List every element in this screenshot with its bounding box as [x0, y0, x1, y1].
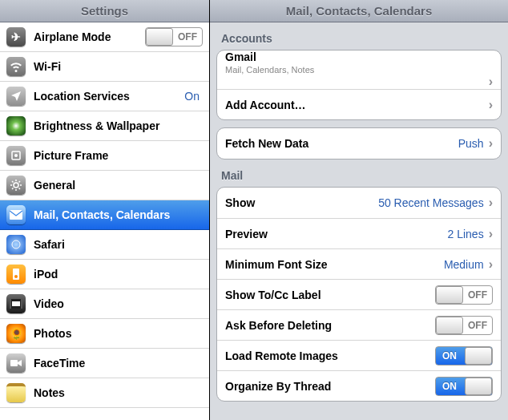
mail-preview[interactable]: Preview 2 Lines › [217, 218, 501, 248]
facetime-icon [6, 353, 26, 373]
wifi-icon [6, 57, 26, 76]
mail-group: Show 50 Recent Messages › Preview 2 Line… [216, 187, 502, 402]
sidebar-item-video[interactable]: Video [0, 289, 209, 319]
ask-delete-toggle[interactable]: OFF [435, 316, 493, 335]
svg-rect-3 [10, 210, 22, 220]
sidebar-title: Settings [0, 0, 209, 22]
sidebar-item-label: General [34, 179, 203, 192]
cell-label: Load Remote Images [225, 349, 435, 362]
add-account[interactable]: Add Account… › [217, 89, 501, 119]
sidebar-item-label: Notes [34, 386, 203, 399]
svg-rect-9 [10, 299, 11, 309]
gear-icon [6, 176, 26, 195]
sidebar-item-value: On [184, 90, 200, 103]
cell-value: Medium [444, 258, 484, 271]
cell-value: Push [458, 137, 484, 150]
sidebar-item-label: iPod [34, 268, 203, 281]
sidebar-item-safari[interactable]: Safari [0, 230, 209, 260]
sidebar-list: ✈ Airplane Mode OFF Wi-Fi Location Servi… [0, 22, 209, 420]
cell-label: Preview [225, 228, 448, 240]
cell-label: Show To/Cc Label [225, 289, 435, 301]
sidebar-item-picture-frame[interactable]: Picture Frame [0, 141, 209, 171]
sidebar-item-label: Photos [34, 327, 203, 340]
remote-images-toggle[interactable]: ON [435, 346, 493, 365]
mail-ask-before-deleting[interactable]: Ask Before Deleting OFF [217, 309, 501, 340]
mail-organize-by-thread[interactable]: Organize By Thread ON [217, 370, 501, 401]
airplane-toggle[interactable]: OFF [145, 27, 203, 46]
svg-rect-11 [10, 360, 18, 366]
svg-point-4 [12, 240, 20, 248]
svg-point-6 [14, 275, 18, 278]
svg-point-1 [14, 154, 18, 157]
sidebar-item-mail-contacts-calendars[interactable]: Mail, Contacts, Calendars [0, 200, 209, 230]
airplane-icon: ✈ [6, 27, 26, 46]
video-icon [6, 294, 26, 313]
mail-show[interactable]: Show 50 Recent Messages › [217, 188, 501, 218]
cell-label: Show [225, 196, 378, 209]
sidebar-item-label: Mail, Contacts, Calendars [34, 208, 203, 221]
fetch-group: Fetch New Data Push › [216, 127, 502, 160]
chevron-right-icon: › [489, 98, 493, 112]
sidebar-item-label: Safari [34, 238, 203, 251]
sidebar-item-label: FaceTime [34, 357, 203, 370]
sidebar-item-airplane-mode[interactable]: ✈ Airplane Mode OFF [0, 22, 209, 52]
sidebar-item-wifi[interactable]: Wi-Fi [0, 52, 209, 82]
chevron-right-icon: › [489, 257, 493, 272]
sidebar-item-ipod[interactable]: iPod [0, 260, 209, 289]
location-icon [6, 87, 26, 106]
fetch-new-data[interactable]: Fetch New Data Push › [217, 128, 501, 159]
sidebar-item-label: Location Services [34, 90, 184, 103]
sidebar-item-label: Wi-Fi [34, 60, 203, 73]
mail-icon [6, 205, 26, 224]
detail-title: Mail, Contacts, Calendars [210, 0, 508, 22]
thread-toggle[interactable]: ON [435, 377, 493, 396]
chevron-right-icon [225, 63, 228, 77]
sidebar-item-label: Brightness & Wallpaper [34, 119, 203, 132]
sidebar-item-label: Picture Frame [34, 149, 203, 162]
account-gmail[interactable]: Gmail Mail, Calendars, Notes › [217, 50, 501, 89]
sidebar-item-general[interactable]: General [0, 171, 209, 200]
sidebar-item-brightness[interactable]: Brightness & Wallpaper [0, 111, 209, 141]
cell-label: Ask Before Deleting [225, 319, 435, 332]
mail-load-remote-images[interactable]: Load Remote Images ON [217, 340, 501, 370]
sidebar-item-location-services[interactable]: Location Services On [0, 82, 209, 111]
safari-icon [6, 235, 26, 254]
svg-rect-10 [21, 299, 22, 309]
sidebar-item-photos[interactable]: 🌻 Photos [0, 319, 209, 349]
picture-frame-icon [6, 146, 26, 165]
brightness-icon [6, 116, 26, 135]
section-accounts-label: Accounts [210, 22, 508, 50]
sidebar-item-facetime[interactable]: FaceTime [0, 349, 209, 378]
sidebar: Settings ✈ Airplane Mode OFF Wi-Fi Loca [0, 0, 210, 420]
chevron-right-icon: › [489, 75, 493, 89]
notes-icon [6, 383, 26, 402]
cell-label: Minimum Font Size [225, 258, 444, 271]
add-account-label: Add Account… [225, 99, 489, 111]
account-title: Gmail [225, 50, 314, 63]
accounts-group: Gmail Mail, Calendars, Notes › Add Accou… [216, 50, 502, 120]
section-mail-label: Mail [210, 160, 508, 187]
svg-rect-8 [12, 301, 20, 306]
ipod-icon [6, 265, 26, 284]
cell-value: 2 Lines [448, 228, 484, 240]
chevron-right-icon: › [489, 136, 493, 151]
svg-point-2 [14, 183, 18, 188]
cell-label: Organize By Thread [225, 380, 435, 393]
mail-min-font-size[interactable]: Minimum Font Size Medium › [217, 248, 501, 279]
chevron-right-icon: › [489, 196, 493, 210]
chevron-right-icon: › [489, 227, 493, 241]
sidebar-item-notes[interactable]: Notes [0, 378, 209, 408]
photos-icon: 🌻 [6, 324, 26, 343]
sidebar-item-label: Video [34, 297, 203, 310]
detail-pane: Mail, Contacts, Calendars Accounts Gmail… [210, 0, 508, 420]
mail-show-to-cc[interactable]: Show To/Cc Label OFF [217, 279, 501, 309]
account-subtitle: Mail, Calendars, Notes [225, 65, 314, 75]
sidebar-item-label: Airplane Mode [34, 30, 145, 43]
cell-value: 50 Recent Messages [378, 196, 484, 209]
cell-label: Fetch New Data [225, 137, 458, 150]
to-cc-toggle[interactable]: OFF [435, 285, 493, 305]
